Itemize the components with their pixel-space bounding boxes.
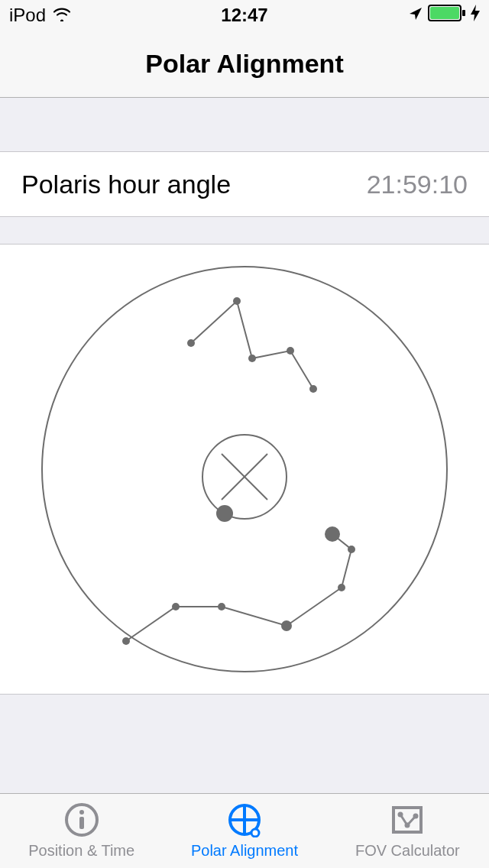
svg-point-14 <box>172 603 180 611</box>
device-label: iPod <box>9 5 46 26</box>
svg-point-11 <box>287 347 294 355</box>
svg-point-21 <box>79 810 84 815</box>
svg-point-26 <box>251 829 259 837</box>
info-icon <box>64 802 99 840</box>
polar-scope-graphic <box>31 255 458 683</box>
tab-bar: Position & Time Polar Alignment FOV Calc… <box>0 793 489 868</box>
tab-label: Polar Alignment <box>191 842 298 860</box>
hour-angle-label: Polaris hour angle <box>21 170 367 199</box>
svg-point-13 <box>122 637 130 645</box>
svg-line-32 <box>407 816 416 825</box>
svg-point-7 <box>216 505 233 522</box>
status-bar: iPod 12:47 <box>0 0 489 31</box>
status-right <box>408 5 480 26</box>
location-icon <box>408 5 423 26</box>
spacer <box>0 217 489 244</box>
svg-point-16 <box>281 620 292 631</box>
hour-angle-row: Polaris hour angle 21:59:10 <box>0 151 489 217</box>
svg-rect-2 <box>462 10 465 16</box>
svg-point-18 <box>348 546 355 553</box>
svg-point-9 <box>233 297 241 305</box>
svg-point-8 <box>187 339 195 347</box>
svg-rect-1 <box>430 7 459 19</box>
fov-icon <box>390 802 425 840</box>
svg-rect-22 <box>79 817 84 829</box>
hour-angle-value: 21:59:10 <box>367 170 468 199</box>
wifi-icon <box>52 5 72 26</box>
svg-point-17 <box>338 584 345 591</box>
tab-position-time[interactable]: Position & Time <box>0 794 163 868</box>
svg-rect-27 <box>393 808 421 832</box>
page-title: Polar Alignment <box>145 49 343 79</box>
spacer <box>0 98 489 151</box>
tab-fov-calculator[interactable]: FOV Calculator <box>326 794 489 868</box>
svg-point-19 <box>325 526 340 542</box>
svg-point-15 <box>218 603 225 611</box>
reticle-icon <box>227 802 262 840</box>
battery-icon <box>428 5 466 26</box>
status-time: 12:47 <box>221 5 267 26</box>
polar-scope-panel <box>0 244 489 695</box>
svg-point-12 <box>309 385 317 393</box>
charging-icon <box>471 5 480 26</box>
svg-line-31 <box>400 815 407 825</box>
svg-point-10 <box>248 355 256 362</box>
tab-polar-alignment[interactable]: Polar Alignment <box>163 794 325 868</box>
tab-label: Position & Time <box>28 842 134 860</box>
tab-label: FOV Calculator <box>355 842 460 860</box>
nav-bar: Polar Alignment <box>0 31 489 98</box>
status-left: iPod <box>9 5 72 26</box>
